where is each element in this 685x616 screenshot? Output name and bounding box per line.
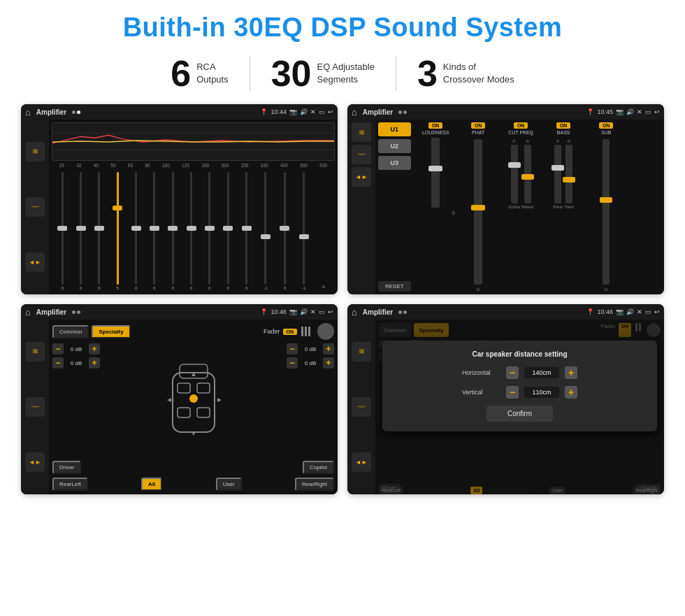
slider-col-13: 0 [284,171,286,290]
app-title-tl: Amplifier [36,108,66,116]
fader-sidebar-btn2[interactable]: 〰 [25,397,45,417]
fader-sidebar-btn3[interactable]: ◄► [25,452,45,472]
vol-group-left: − 0 dB + − 0 dB + [52,343,100,457]
volume-icon-tl: 🔊 [300,108,308,115]
amp-col-sub: ON SUB G [587,122,626,292]
sub-on[interactable]: ON [599,122,614,129]
time-br: 10:46 [597,308,613,315]
eq-sliders-area: 0 0 0 5 0 0 0 0 0 0 0 -1 0 -1 » [52,169,335,292]
vol-plus-rl[interactable]: + [89,357,100,368]
back-icon-bl[interactable]: ↩ [328,308,333,315]
user-btn[interactable]: User [216,478,242,491]
tab-common-bl[interactable]: Common [52,325,89,338]
screen-distance: ⌂ Amplifier 📍 10:46 📷 🔊 ✕ ▭ ↩ [347,304,664,494]
eq-content: ≋ 〰 ◄► [21,120,338,294]
amp-sidebar-btn2[interactable]: 〰 [352,145,371,164]
slider-col-2: 0 [80,171,82,290]
svg-point-9 [189,394,198,403]
camera-icon-tr: 📷 [616,108,623,115]
home-icon-tr[interactable]: ⌂ [352,107,357,117]
feature-number-crossover: 3 [417,55,438,92]
driver-btn[interactable]: Driver [52,461,81,474]
back-icon-tl[interactable]: ↩ [328,108,333,115]
window-icon-br: ▭ [645,308,651,315]
feature-rca: 6 RCA Outputs [150,55,249,92]
eq-btn-3[interactable]: ◄► [25,252,45,272]
rearright-btn[interactable]: RearRight [295,478,334,491]
bass-on[interactable]: ON [556,122,571,129]
camera-icon-br: 📷 [616,308,623,315]
vol-val-fl: 0 dB [66,346,86,352]
confirm-button[interactable]: Confirm [486,406,553,422]
home-icon[interactable]: ⌂ [25,107,31,117]
home-icon-br[interactable]: ⌂ [352,307,357,317]
cutfreq-on[interactable]: ON [514,122,528,129]
window-icon-tr: ▭ [645,108,651,115]
dist-sidebar-btn1[interactable]: ≋ [352,342,371,361]
eq-btn-2[interactable]: 〰 [25,197,45,217]
status-bar-tl: ⌂ Amplifier 📍 10:44 📷 🔊 ✕ ▭ ↩ [21,104,338,120]
copilot-btn[interactable]: Copilot [303,461,334,474]
horizontal-plus-btn[interactable]: + [565,366,577,379]
vertical-minus-btn[interactable]: − [506,386,519,399]
amp-u3-btn[interactable]: U3 [378,156,411,170]
time-tr: 10:45 [597,108,613,115]
amp-reset-btn[interactable]: RESET [378,281,411,292]
vol-plus-rr[interactable]: + [323,357,334,368]
dots-br [398,310,407,314]
vertical-plus-btn[interactable]: + [565,386,577,399]
dist-sidebar-btn3[interactable]: ◄► [352,452,371,472]
vol-row-fl: − 0 dB + [52,343,100,354]
dist-content: ≋ 〰 ◄► Common Specialty Fader ON [347,320,664,494]
back-icon-tr[interactable]: ↩ [654,108,660,115]
camera-icon-bl: 📷 [289,308,297,315]
vertical-row: Vertical − 110cm + [392,386,647,399]
amp-sidebar-btn3[interactable]: ◄► [352,167,371,187]
dist-sidebar-btn2[interactable]: 〰 [352,397,371,417]
vol-plus-fl[interactable]: + [89,343,100,354]
rearleft-btn[interactable]: RearLeft [52,478,88,491]
slider-col-12: -1 [264,171,267,290]
amp-u1-btn[interactable]: U1 [378,122,411,136]
amp-left-sidebar: ≋ 〰 ◄► [347,120,375,294]
dots-tr [398,110,407,114]
svg-text:▲: ▲ [190,370,197,378]
back-icon-br[interactable]: ↩ [654,308,660,315]
app-title-br: Amplifier [363,308,393,316]
fader-left-sidebar: ≋ 〰 ◄► [21,320,49,494]
fader-body: − 0 dB + − 0 dB + [52,343,334,457]
location-icon-br: 📍 [586,308,594,315]
eq-main: 2532 4050 6380 100125 160200 250320 4005… [49,120,338,294]
home-icon-bl[interactable]: ⌂ [25,307,31,317]
vol-minus-rl[interactable]: − [52,357,64,368]
eq-left-sidebar: ≋ 〰 ◄► [21,120,49,294]
vol-minus-fl[interactable]: − [52,343,64,354]
close-icon-tr: ✕ [637,108,642,115]
fader-sliders-indicator [301,327,310,336]
horizontal-minus-btn[interactable]: − [506,366,519,379]
status-icons-tr: 📍 10:45 📷 🔊 ✕ ▭ ↩ [586,108,660,115]
vol-val-fr: 0 dB [301,346,320,352]
phat-on[interactable]: ON [471,122,486,129]
screen-amp: ⌂ Amplifier 📍 10:45 📷 🔊 ✕ ▭ ↩ [347,104,664,294]
loudness-on[interactable]: ON [428,122,443,129]
vol-minus-fr[interactable]: − [287,343,298,354]
all-btn[interactable]: All [141,478,162,491]
fader-sidebar-btn1[interactable]: ≋ [25,342,45,361]
tab-specialty-bl[interactable]: Specialty [92,325,130,338]
svg-text:►: ► [216,396,223,403]
vol-plus-fr[interactable]: + [323,343,334,354]
amp-sidebar-btn1[interactable]: ≋ [352,122,371,142]
features-row: 6 RCA Outputs 30 EQ Adjustable Segments … [21,55,664,92]
amp-u2-btn[interactable]: U2 [378,139,411,153]
slider-col-1: 0 [62,171,64,290]
slider-col-3: 0 [98,171,100,290]
vol-minus-rr[interactable]: − [287,357,298,368]
eq-arrows[interactable]: » [322,283,325,290]
fader-avatar[interactable] [317,323,334,340]
amp-col-phat: ON PHAT G [459,122,498,292]
eq-btn-1[interactable]: ≋ [25,142,45,162]
fader-on-badge[interactable]: ON [283,329,298,335]
page-container: Buith-in 30EQ DSP Sound System 6 RCA Out… [0,0,685,616]
status-icons-br: 📍 10:46 📷 🔊 ✕ ▭ ↩ [586,308,660,315]
